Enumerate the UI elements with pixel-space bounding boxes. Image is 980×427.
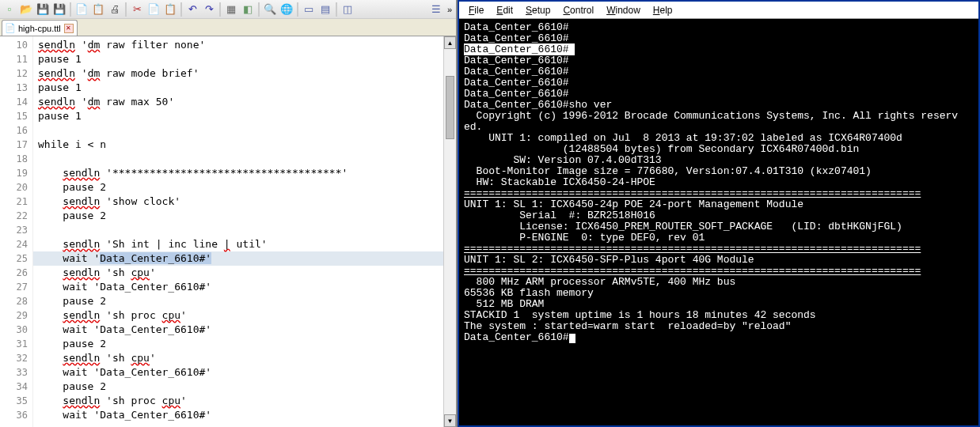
pkg-icon[interactable]: ▦ <box>223 2 239 17</box>
code-line[interactable]: sendln 'sh cpu' <box>33 266 456 280</box>
scroll-down-button[interactable]: ▼ <box>444 414 456 427</box>
code-line[interactable]: sendln 'dm raw mode brief' <box>33 66 456 81</box>
line-number: 23 <box>0 223 32 237</box>
code-line[interactable]: sendln 'dm raw filter none' <box>33 38 456 52</box>
paste-2-icon[interactable]: 📋 <box>90 2 106 17</box>
vertical-scrollbar[interactable]: ▲ ▼ <box>443 36 456 427</box>
line-number: 20 <box>0 180 32 195</box>
copy-2-icon[interactable]: 📄 <box>74 2 89 17</box>
undo-icon[interactable]: ↶ <box>184 2 200 17</box>
search-icon[interactable]: 🔍 <box>262 2 278 17</box>
panel2-icon[interactable]: ☰ <box>428 2 444 17</box>
code-line[interactable]: pause 2 <box>33 294 456 308</box>
terminal-line: HW: Stackable ICX6450-24-HPOE <box>464 177 974 188</box>
menu-bar: FileEditSetupControlWindowHelp <box>459 2 978 19</box>
line-number: 14 <box>0 95 32 109</box>
line-number: 31 <box>0 337 32 351</box>
code-line[interactable]: sendln '********************************… <box>33 166 456 180</box>
menu-setup[interactable]: Setup <box>519 3 556 17</box>
terminal-line: 65536 KB flash memory <box>464 288 974 299</box>
line-number: 29 <box>0 308 32 323</box>
line-number: 16 <box>0 123 32 138</box>
scroll-up-button[interactable]: ▲ <box>444 36 456 49</box>
code-line[interactable]: pause 2 <box>33 209 456 223</box>
tab-label: high-cpu.ttl <box>18 24 61 33</box>
terminal-line: STACKID 1 system uptime is 1 hours 18 mi… <box>464 310 974 321</box>
line-number: 36 <box>0 408 32 422</box>
toolbar-separator <box>297 2 298 17</box>
terminal-line: Data_Center_6610#sho ver <box>464 100 974 111</box>
code-area[interactable]: sendln 'dm raw filter none'pause 1sendln… <box>33 36 456 427</box>
line-number: 32 <box>0 351 32 365</box>
line-number: 18 <box>0 152 32 166</box>
toolbar-separator <box>258 2 260 17</box>
code-line[interactable]: pause 1 <box>33 81 456 95</box>
scroll-thumb[interactable] <box>446 76 454 139</box>
code-editor[interactable]: 1011121314151617181920212223242526272829… <box>0 36 456 427</box>
new-icon[interactable]: ▫ <box>2 2 17 17</box>
terminal-output[interactable]: Data_Center_6610#Data_Center_6610#Data_C… <box>459 19 978 425</box>
redo-icon[interactable]: ↷ <box>201 2 217 17</box>
terminal-line: Copyright (c) 1996-2012 Brocade Communic… <box>464 111 974 122</box>
code-line[interactable]: pause 1 <box>33 52 456 66</box>
code-line[interactable]: wait 'Data_Center_6610#' <box>33 251 456 266</box>
tab-bar: 📄 high-cpu.ttl ✕ <box>0 19 456 36</box>
copy-icon[interactable]: 📄 <box>146 2 161 17</box>
code-line[interactable] <box>33 152 456 166</box>
line-number: 22 <box>0 209 32 223</box>
menu-file[interactable]: File <box>462 3 490 17</box>
editor-toolbar: ▫📂💾💾📄📋🖨✂📄📋↶↷▦◧🔍🌐▭▤◫☰» <box>0 0 456 19</box>
save-icon[interactable]: 💾 <box>35 2 51 17</box>
menu-control[interactable]: Control <box>556 3 600 17</box>
code-line[interactable]: sendln 'Sh int | inc line | util' <box>33 237 456 251</box>
toolbar-separator <box>125 2 127 17</box>
code-line[interactable]: sendln 'show clock' <box>33 195 456 209</box>
toolbar-separator <box>180 2 182 17</box>
code-line[interactable] <box>33 123 456 138</box>
paste-icon[interactable]: 📋 <box>162 2 178 17</box>
toolbar-overflow-button[interactable]: » <box>445 5 454 14</box>
terminal-line: Boot-Monitor Image size = 776680, Versio… <box>464 166 974 177</box>
globe-icon[interactable]: 🌐 <box>279 2 294 17</box>
code-line[interactable]: pause 2 <box>33 337 456 351</box>
terminal-line: The system : started=warm start reloaded… <box>464 321 974 332</box>
terminal-line: UNIT 1: SL 2: ICX6450-SFP-Plus 4port 40G… <box>464 255 974 266</box>
line-number: 13 <box>0 81 32 95</box>
toolbar-separator <box>219 2 221 17</box>
terminal-line: Data_Center_6610# <box>464 66 974 77</box>
terminal-line: Data_Center_6610# <box>464 22 974 33</box>
code-line[interactable]: wait 'Data_Center_6610#' <box>33 323 456 337</box>
code-line[interactable] <box>33 223 456 237</box>
code-line[interactable]: sendln 'sh proc cpu' <box>33 394 456 408</box>
code-line[interactable]: pause 2 <box>33 180 456 195</box>
cut-icon[interactable]: ✂ <box>129 2 145 17</box>
code-line[interactable]: while i < n <box>33 138 456 152</box>
code-line[interactable]: sendln 'sh proc cpu' <box>33 308 456 323</box>
print-icon[interactable]: 🖨 <box>107 2 123 17</box>
open-icon[interactable]: 📂 <box>18 2 34 17</box>
terminal-line: ========================================… <box>464 266 974 277</box>
panel-icon[interactable]: ◫ <box>340 2 355 17</box>
file-tab[interactable]: 📄 high-cpu.ttl ✕ <box>2 20 78 36</box>
code-line[interactable]: sendln 'dm raw max 50' <box>33 95 456 109</box>
code-line[interactable]: sendln 'sh cpu' <box>33 351 456 365</box>
line-number: 28 <box>0 294 32 308</box>
tab-close-button[interactable]: ✕ <box>64 24 74 33</box>
save-all-icon[interactable]: 💾 <box>51 2 67 17</box>
menu-help[interactable]: Help <box>647 3 679 17</box>
code-line[interactable]: wait 'Data_Center_6610#' <box>33 280 456 294</box>
line-number: 25 <box>0 251 32 266</box>
code-line[interactable]: pause 1 <box>33 109 456 123</box>
code-line[interactable]: pause 2 <box>33 380 456 394</box>
terminal-line: ========================================… <box>464 244 974 255</box>
terminal-line: Data_Center_6610# <box>464 89 974 100</box>
terminal-line: ========================================… <box>464 188 974 199</box>
code-line[interactable]: wait 'Data_Center_6610#' <box>33 408 456 422</box>
win2-icon[interactable]: ▤ <box>317 2 333 17</box>
line-number: 35 <box>0 394 32 408</box>
code-line[interactable]: wait 'Data_Center_6610#' <box>33 365 456 380</box>
box-icon[interactable]: ◧ <box>240 2 256 17</box>
menu-window[interactable]: Window <box>600 3 647 17</box>
menu-edit[interactable]: Edit <box>490 3 519 17</box>
win-icon[interactable]: ▭ <box>301 2 317 17</box>
